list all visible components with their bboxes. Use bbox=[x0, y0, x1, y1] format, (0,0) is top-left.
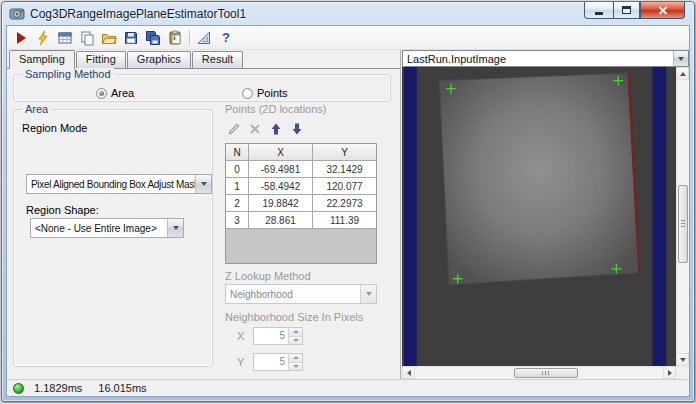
neighborhood-y-label: Y bbox=[237, 356, 244, 368]
status-bar: 1.1829ms 16.015ms bbox=[7, 379, 689, 396]
scroll-up-button[interactable] bbox=[676, 67, 689, 80]
vertical-scroll-thumb[interactable] bbox=[678, 185, 688, 263]
table-row: 3 28.861 111.39 bbox=[226, 212, 376, 229]
scroll-down-button[interactable] bbox=[676, 353, 689, 366]
arrow-down-icon bbox=[289, 121, 305, 137]
spinner-down-icon bbox=[293, 339, 299, 342]
maximize-button[interactable] bbox=[613, 2, 640, 19]
stepper-up-button bbox=[289, 354, 302, 362]
vertical-scrollbar[interactable] bbox=[676, 67, 689, 366]
z-lookup-combo: Neighborhood bbox=[225, 284, 377, 304]
chevron-down-icon bbox=[173, 226, 179, 230]
copy-button[interactable] bbox=[76, 27, 98, 48]
neighborhood-y-value: 5 bbox=[254, 354, 288, 370]
paste-button[interactable] bbox=[164, 27, 186, 48]
scroll-right-icon bbox=[668, 370, 672, 376]
toolbar-separator bbox=[189, 30, 190, 45]
minimize-icon bbox=[595, 12, 603, 15]
points-table: N X Y 0 -69.4981 32.1429 1 -58.4942 bbox=[225, 143, 377, 264]
z-lookup-value: Neighborhood bbox=[226, 289, 360, 300]
horizontal-scrollbar[interactable] bbox=[402, 366, 676, 379]
radio-area-icon bbox=[96, 88, 107, 99]
status-time-1: 1.1829ms bbox=[34, 382, 82, 394]
help-button[interactable]: ? bbox=[215, 27, 237, 48]
neighborhood-y-stepper: 5 bbox=[253, 353, 303, 371]
delete-x-icon bbox=[247, 121, 263, 137]
cell-y: 120.077 bbox=[313, 178, 376, 195]
sampling-method-group: Sampling Method Area Points bbox=[13, 74, 391, 102]
electric-run-button[interactable] bbox=[32, 27, 54, 48]
save-all-icon bbox=[145, 30, 161, 46]
app-window: Cog3DRangeImagePlaneEstimatorTool1 bbox=[1, 1, 695, 402]
open-button[interactable] bbox=[98, 27, 120, 48]
titlebar[interactable]: Cog3DRangeImagePlaneEstimatorTool1 bbox=[2, 2, 694, 25]
edit-point-pencil-icon bbox=[226, 121, 242, 137]
left-panel: Sampling Fitting Graphics Result Samplin… bbox=[7, 50, 401, 379]
spinner-down-icon bbox=[293, 365, 299, 368]
close-button[interactable] bbox=[640, 2, 685, 19]
image-display-area bbox=[402, 67, 689, 379]
help-icon: ? bbox=[222, 30, 230, 45]
scroll-right-button[interactable] bbox=[663, 366, 676, 379]
spinner-up-icon bbox=[293, 356, 299, 359]
measure-button[interactable] bbox=[193, 27, 215, 48]
region-mode-dropdown-button[interactable] bbox=[195, 175, 211, 193]
cell-n: 2 bbox=[226, 195, 249, 212]
points-toolbar bbox=[225, 120, 306, 138]
col-header-x: X bbox=[249, 144, 313, 161]
tab-result[interactable]: Result bbox=[192, 51, 243, 68]
tab-graphics[interactable]: Graphics bbox=[127, 51, 191, 68]
chevron-down-icon bbox=[678, 57, 684, 61]
scroll-left-button[interactable] bbox=[402, 366, 415, 379]
scrollbar-corner bbox=[676, 366, 689, 379]
window-title: Cog3DRangeImagePlaneEstimatorTool1 bbox=[30, 7, 246, 21]
cell-x: -58.4942 bbox=[249, 178, 313, 195]
tab-sampling[interactable]: Sampling bbox=[9, 50, 75, 69]
table-row: 0 -69.4981 32.1429 bbox=[226, 161, 376, 178]
arrow-up-icon bbox=[268, 121, 284, 137]
cell-y: 22.2973 bbox=[313, 195, 376, 212]
cell-n: 3 bbox=[226, 212, 249, 229]
radio-area-label: Area bbox=[111, 87, 134, 99]
region-mode-value: Pixel Aligned Bounding Box Adjust Mask bbox=[27, 179, 195, 190]
scroll-left-icon bbox=[407, 370, 411, 376]
region-shape-combo[interactable]: <None - Use Entire Image> bbox=[30, 218, 184, 238]
region-shape-value: <None - Use Entire Image> bbox=[31, 223, 167, 234]
cell-n: 1 bbox=[226, 178, 249, 195]
run-tool-button[interactable] bbox=[10, 27, 32, 48]
cell-n: 0 bbox=[226, 161, 249, 178]
radio-points[interactable]: Points bbox=[242, 87, 288, 99]
cell-x: -69.4981 bbox=[249, 161, 313, 178]
region-shape-dropdown-button[interactable] bbox=[167, 219, 183, 237]
cell-y: 32.1429 bbox=[313, 161, 376, 178]
region-mode-combo[interactable]: Pixel Aligned Bounding Box Adjust Mask bbox=[26, 174, 212, 194]
spinner-up-icon bbox=[293, 330, 299, 333]
radio-area[interactable]: Area bbox=[96, 87, 134, 99]
area-group-label: Area bbox=[22, 103, 51, 115]
tab-fitting[interactable]: Fitting bbox=[76, 51, 126, 68]
save-button[interactable] bbox=[120, 27, 142, 48]
z-lookup-dropdown-button bbox=[360, 285, 376, 303]
edit-point-button bbox=[225, 120, 243, 138]
col-header-y: Y bbox=[313, 144, 376, 161]
stepper-up-button bbox=[289, 328, 302, 336]
range-image-viewport[interactable] bbox=[402, 67, 676, 366]
results-grid-button[interactable] bbox=[54, 27, 76, 48]
radio-points-label: Points bbox=[257, 87, 288, 99]
region-shape-label: Region Shape: bbox=[26, 204, 99, 216]
save-all-button[interactable] bbox=[142, 27, 164, 48]
display-dropdown-button[interactable] bbox=[673, 51, 688, 66]
open-folder-icon bbox=[101, 30, 117, 46]
cell-y: 111.39 bbox=[313, 212, 376, 229]
table-empty-area bbox=[226, 229, 376, 263]
table-row: 1 -58.4942 120.077 bbox=[226, 178, 376, 195]
minimize-button[interactable] bbox=[584, 2, 613, 19]
horizontal-scroll-thumb[interactable] bbox=[514, 368, 578, 378]
delete-point-button bbox=[246, 120, 264, 138]
neighborhood-size-label: Neighborhood Size In Pixels bbox=[225, 311, 363, 323]
display-selection-combo[interactable]: LastRun.InputImage bbox=[402, 50, 689, 67]
display-selection-value: LastRun.InputImage bbox=[403, 53, 673, 65]
area-group: Area Region Mode Pixel Aligned Bounding … bbox=[13, 109, 213, 367]
neighborhood-x-stepper: 5 bbox=[253, 327, 303, 345]
status-ok-icon bbox=[13, 383, 24, 394]
